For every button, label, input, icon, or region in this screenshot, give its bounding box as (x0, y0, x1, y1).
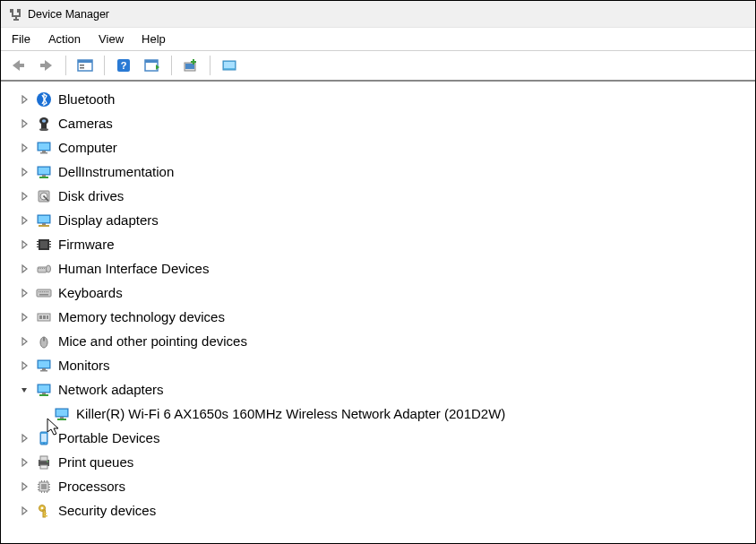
svg-point-54 (47, 265, 51, 272)
menu-file[interactable]: File (8, 30, 39, 47)
forward-button[interactable] (35, 54, 58, 77)
chevron-right-icon[interactable] (17, 117, 31, 131)
processor-icon (35, 478, 53, 496)
svg-rect-32 (42, 175, 46, 177)
memory-icon (35, 308, 53, 326)
chevron-right-icon[interactable] (17, 455, 31, 470)
chevron-right-icon[interactable] (17, 213, 31, 228)
tree-item[interactable]: Killer(R) Wi-Fi 6 AX1650s 160MHz Wireles… (1, 402, 755, 426)
chevron-right-icon[interactable] (17, 286, 31, 300)
monitor-icon (35, 357, 53, 375)
tree-item[interactable]: Print queues (1, 450, 755, 474)
chevron-right-icon[interactable] (17, 334, 31, 349)
tree-item[interactable]: Keyboards (1, 281, 755, 305)
chevron-right-icon[interactable] (17, 189, 31, 203)
menu-help[interactable]: Help (133, 30, 175, 47)
chevron-right-icon[interactable] (17, 479, 31, 494)
keyboard-icon (35, 284, 53, 302)
tree-item[interactable]: Network adapters (1, 377, 755, 402)
chevron-right-icon[interactable] (17, 310, 31, 324)
svg-rect-83 (41, 434, 47, 442)
svg-rect-28 (42, 151, 46, 152)
menu-view[interactable]: View (90, 30, 133, 47)
add-hardware-button[interactable] (179, 54, 202, 77)
tree-item-label: Display adapters (58, 212, 159, 228)
toolbar-separator (104, 56, 105, 75)
svg-rect-101 (44, 491, 45, 493)
bluetooth-icon (35, 91, 53, 108)
svg-rect-90 (41, 484, 47, 489)
chevron-down-icon[interactable] (17, 383, 31, 397)
tree-item-label: Computer (58, 140, 117, 155)
mouse-icon (35, 332, 53, 350)
chevron-right-icon[interactable] (17, 358, 31, 373)
menu-action[interactable]: Action (39, 30, 90, 47)
tree-item[interactable]: Human Interface Devices (1, 256, 755, 281)
scan-hardware-button[interactable] (141, 54, 164, 77)
svg-rect-60 (46, 291, 47, 292)
svg-rect-106 (45, 513, 47, 514)
tree-item-label: Memory technology devices (58, 309, 225, 324)
svg-rect-98 (44, 480, 45, 482)
tree-item[interactable]: Bluetooth (1, 87, 755, 111)
chevron-right-icon[interactable] (17, 504, 31, 518)
svg-rect-69 (43, 338, 44, 341)
svg-point-84 (43, 442, 45, 444)
hid-icon (35, 260, 53, 278)
svg-rect-53 (44, 268, 45, 269)
svg-rect-11 (80, 65, 84, 66)
svg-rect-10 (78, 60, 92, 63)
svg-rect-102 (47, 491, 47, 493)
printer-icon (35, 453, 53, 471)
tree-item[interactable]: Display adapters (1, 208, 755, 232)
svg-rect-46 (49, 241, 51, 242)
tree-item-label: Portable Devices (58, 430, 159, 445)
svg-rect-73 (40, 370, 47, 372)
svg-rect-100 (41, 491, 42, 493)
svg-rect-66 (47, 315, 48, 319)
chevron-right-icon[interactable] (17, 431, 31, 445)
svg-rect-2 (12, 13, 13, 15)
tree-item[interactable]: Processors (1, 474, 755, 498)
show-hide-console-tree-button[interactable] (73, 54, 97, 77)
svg-rect-12 (80, 67, 84, 69)
svg-point-88 (47, 461, 48, 462)
tree-item-label: Disk drives (58, 188, 124, 203)
svg-rect-3 (19, 13, 21, 15)
svg-point-23 (42, 119, 46, 123)
svg-rect-44 (37, 244, 39, 245)
tree-item[interactable]: Disk drives (1, 184, 755, 208)
tree-item[interactable]: Computer (1, 135, 755, 160)
tree-item[interactable]: Mice and other pointing devices (1, 329, 755, 353)
svg-rect-58 (42, 291, 43, 292)
svg-point-25 (39, 128, 48, 131)
svg-rect-27 (39, 143, 49, 150)
tree-item[interactable]: Monitors (1, 353, 755, 377)
properties-button[interactable] (218, 54, 241, 77)
svg-point-104 (41, 506, 44, 509)
chevron-right-icon[interactable] (17, 92, 31, 107)
tree-item[interactable]: Portable Devices (1, 426, 755, 450)
svg-rect-4 (12, 15, 21, 17)
tree-item[interactable]: Memory technology devices (1, 305, 755, 329)
monitor-net-icon (35, 381, 53, 399)
svg-rect-75 (39, 385, 49, 392)
device-tree[interactable]: BluetoothCamerasComputerDellInstrumentat… (1, 82, 755, 543)
tree-item[interactable]: Firmware (1, 232, 755, 256)
tree-item[interactable]: Cameras (1, 111, 755, 135)
svg-rect-86 (40, 456, 47, 461)
chevron-right-icon[interactable] (17, 141, 31, 155)
tree-item[interactable]: DellInstrumentation (1, 160, 755, 184)
help-button[interactable]: ? (112, 54, 135, 77)
svg-rect-52 (42, 268, 43, 269)
svg-rect-8 (40, 64, 46, 67)
svg-rect-42 (40, 241, 47, 248)
chevron-right-icon[interactable] (17, 237, 31, 252)
svg-rect-65 (43, 315, 46, 319)
tree-item-label: Cameras (58, 116, 113, 131)
chevron-right-icon[interactable] (17, 165, 31, 179)
svg-rect-81 (57, 419, 66, 420)
back-button[interactable] (6, 54, 30, 77)
tree-item[interactable]: Security devices (1, 498, 755, 522)
chevron-right-icon[interactable] (17, 262, 31, 276)
